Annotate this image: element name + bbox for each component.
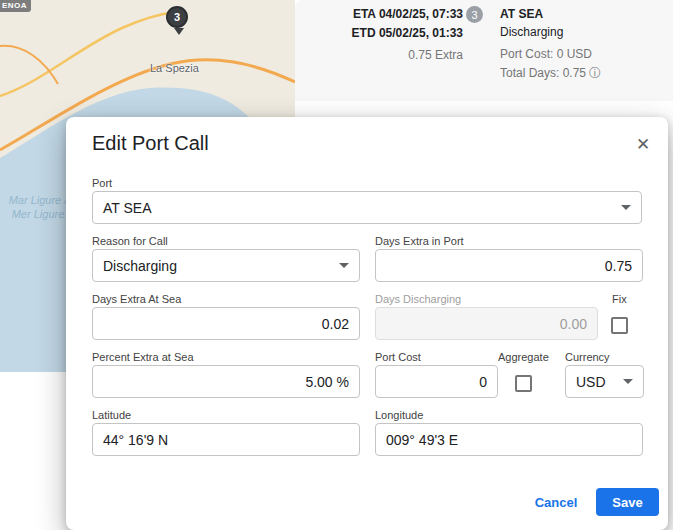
map-marker-3[interactable]: 3: [166, 6, 188, 28]
port-call-number-badge: 3: [466, 6, 483, 23]
percent-extra-at-sea-label: Percent Extra at Sea: [92, 351, 194, 363]
latitude-label: Latitude: [92, 409, 131, 421]
map-city-label: La Spezia: [150, 62, 199, 74]
port-label: Port: [92, 177, 112, 189]
aggregate-label: Aggregate: [498, 351, 549, 363]
port-cost-label: Port Cost: [375, 351, 421, 363]
currency-select[interactable]: USD: [565, 365, 644, 398]
latitude-input[interactable]: [92, 423, 360, 456]
dialog-title: Edit Port Call: [92, 132, 209, 155]
longitude-input[interactable]: [375, 423, 643, 456]
port-cost-input[interactable]: [375, 365, 498, 398]
reason-for-call-label: Reason for Call: [92, 235, 168, 247]
fix-checkbox[interactable]: [611, 317, 628, 334]
currency-label: Currency: [565, 351, 610, 363]
reason-select-value: Discharging: [103, 258, 177, 274]
port-select-value: AT SEA: [103, 200, 152, 216]
currency-select-value: USD: [576, 374, 606, 390]
days-extra-at-sea-input[interactable]: [92, 307, 360, 340]
edit-port-call-dialog: Edit Port Call ✕ Port AT SEA Reason for …: [66, 117, 668, 530]
days-extra-in-port-input[interactable]: [375, 249, 643, 282]
info-icon[interactable]: ⓘ: [589, 66, 601, 80]
reason-for-call-select[interactable]: Discharging: [92, 249, 360, 282]
port-call-summary-panel: ETA 04/02/25, 07:33 ETD 05/02/25, 01:33 …: [295, 0, 673, 101]
days-extra-at-sea-label: Days Extra At Sea: [92, 293, 181, 305]
road-branch: [0, 46, 58, 84]
screen: ENOA 3 La Spezia Mar Ligure / Mer Ligure…: [0, 0, 673, 530]
etd-value: ETD 05/02/25, 01:33: [352, 26, 463, 40]
badge-number: 3: [471, 9, 477, 21]
summary-total-days: Total Days: 0.75ⓘ: [500, 65, 601, 82]
summary-reason: Discharging: [500, 25, 563, 39]
days-extra-in-port-label: Days Extra in Port: [375, 235, 464, 247]
days-discharging-input: [375, 307, 598, 340]
chevron-down-icon: [339, 263, 349, 268]
percent-extra-at-sea-input[interactable]: [92, 365, 360, 398]
fix-label: Fix: [612, 293, 627, 305]
chevron-down-icon: [621, 205, 631, 210]
extra-days-value: 0.75 Extra: [408, 48, 463, 62]
close-icon[interactable]: ✕: [632, 133, 654, 155]
map-marker-label: 3: [174, 11, 180, 23]
cancel-button[interactable]: Cancel: [521, 488, 591, 516]
map-edge-place-label: ENOA: [0, 0, 31, 12]
port-select[interactable]: AT SEA: [92, 191, 642, 224]
longitude-label: Longitude: [375, 409, 423, 421]
days-discharging-label: Days Discharging: [375, 293, 461, 305]
summary-port-cost: Port Cost: 0 USD: [500, 47, 592, 61]
eta-value: ETA 04/02/25, 07:33: [353, 7, 463, 21]
total-days-text: Total Days: 0.75: [500, 66, 586, 80]
chevron-down-icon: [623, 379, 633, 384]
summary-port-name: AT SEA: [500, 7, 543, 21]
road-inland: [0, 12, 176, 96]
aggregate-checkbox[interactable]: [515, 375, 532, 392]
save-button[interactable]: Save: [596, 488, 659, 516]
map-sea-label: Mar Ligure / Mer Ligure: [6, 193, 70, 221]
